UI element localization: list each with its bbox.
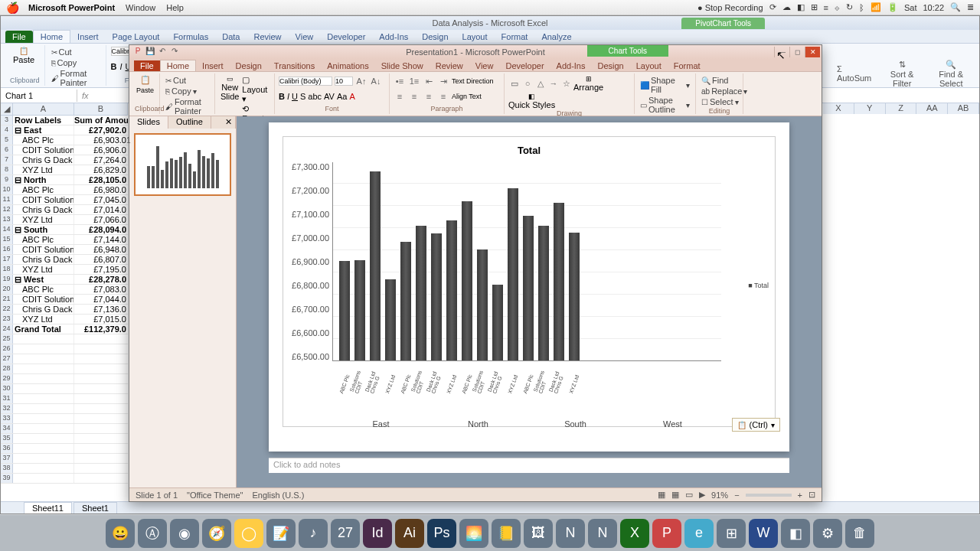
ribbon-tab-view[interactable]: View — [289, 31, 321, 43]
notifications-icon[interactable]: ≣ — [967, 2, 974, 12]
clock-day[interactable]: Sat — [904, 3, 917, 12]
dock-photoshop[interactable]: Ps — [427, 519, 456, 548]
grow-font-icon[interactable]: A↑ — [355, 75, 368, 87]
ribbon-tab-transitions[interactable]: Transitions — [268, 60, 321, 71]
minimize-button[interactable]: — — [774, 47, 789, 57]
dock-illustrator[interactable]: Ai — [395, 519, 424, 548]
shape-outline-button[interactable]: ▭ Shape Outline ▾ — [639, 95, 691, 115]
quick-styles-button[interactable]: ◧Quick Styles — [508, 93, 555, 109]
ribbon-tab-page-layout[interactable]: Page Layout — [106, 31, 167, 43]
view-reading-icon[interactable]: ▭ — [685, 490, 693, 500]
dock-calendar[interactable]: 27 — [331, 519, 360, 548]
ribbon-tab-formulas[interactable]: Formulas — [166, 31, 215, 43]
table-row[interactable]: 32 — [1, 404, 128, 414]
dock-excel[interactable]: X — [620, 519, 649, 548]
dock-powerpoint[interactable]: P — [652, 519, 681, 548]
zoom-out-icon[interactable]: − — [734, 491, 739, 500]
ribbon-tab-developer[interactable]: Developer — [499, 60, 550, 71]
dock-iphoto[interactable]: 🌅 — [459, 519, 488, 548]
bluetooth-icon[interactable]: ᛒ — [859, 3, 864, 12]
format-painter-button[interactable]: 🖌 Format Painter — [50, 68, 101, 88]
ribbon-tab-design[interactable]: Design — [415, 31, 455, 43]
col-header[interactable]: Z — [886, 103, 917, 114]
indent-dec-icon[interactable]: ⇤ — [423, 75, 435, 87]
change-case-button[interactable]: Aa — [337, 92, 347, 101]
table-row[interactable]: 30 — [1, 384, 128, 394]
find-button[interactable]: 🔍 Find — [700, 75, 739, 86]
menu-extra-icon[interactable]: ☁ — [782, 2, 791, 12]
excel-far-columns[interactable]: XYZAAAB — [823, 103, 979, 114]
ribbon-tab-developer[interactable]: Developer — [320, 31, 372, 43]
font-color-button[interactable]: A — [349, 92, 354, 101]
fx-icon[interactable]: fx — [77, 91, 93, 100]
table-row[interactable]: 36 — [1, 444, 128, 454]
chart[interactable]: Total £7,300.00£7,200.00£7,100.00£7,000.… — [283, 136, 776, 427]
dock-chrome[interactable]: ◯ — [234, 519, 263, 548]
close-panel-icon[interactable]: ✕ — [222, 116, 236, 129]
close-button[interactable]: ✕ — [805, 47, 820, 57]
table-row[interactable]: 35 — [1, 434, 128, 444]
ribbon-tab-layout[interactable]: Layout — [630, 60, 668, 71]
bold-button[interactable]: B — [279, 92, 285, 101]
dock-onenote2[interactable]: N — [588, 519, 617, 548]
ribbon-tab-slide-show[interactable]: Slide Show — [375, 60, 430, 71]
dock-app-store[interactable]: Ⓐ — [138, 519, 167, 548]
clock-time[interactable]: 10:22 — [923, 3, 944, 12]
dock-word[interactable]: W — [749, 519, 778, 548]
table-row[interactable]: 24Grand Total£112,379.0 — [1, 324, 128, 334]
app-menu[interactable]: Microsoft PowerPoint — [28, 3, 115, 12]
dock-trash[interactable]: 🗑 — [845, 519, 874, 548]
undo-icon[interactable]: ↶ — [157, 47, 168, 57]
indent-inc-icon[interactable]: ⇥ — [437, 75, 449, 87]
ribbon-tab-review[interactable]: Review — [430, 60, 469, 71]
bullets-icon[interactable]: •≡ — [394, 75, 406, 87]
cut-button[interactable]: ✂ Cut — [50, 47, 101, 57]
format-painter-button[interactable]: 🖌 Format Painter — [164, 96, 211, 116]
view-normal-icon[interactable]: ▦ — [658, 490, 665, 500]
ribbon-tab-animations[interactable]: Animations — [321, 60, 374, 71]
table-row[interactable]: 5ABC Plc£6,903.0 — [1, 135, 128, 145]
arrange-button[interactable]: ⊞Arrange — [573, 75, 603, 92]
zoom-in-icon[interactable]: + — [798, 491, 802, 500]
dock-pages[interactable]: ◧ — [781, 519, 810, 548]
dock-vm[interactable]: ⊞ — [717, 519, 746, 548]
table-row[interactable]: 3Row LabelsSum of Amoun — [1, 116, 128, 126]
table-row[interactable]: 6CDIT Solutions£6,906.0 — [1, 145, 128, 155]
language[interactable]: English (U.S.) — [252, 491, 304, 500]
strike-button[interactable]: S — [300, 92, 305, 101]
table-row[interactable]: 21CDIT Solutions£7,044.0 — [1, 295, 128, 305]
window-menu[interactable]: Window — [126, 3, 155, 12]
layout-button[interactable]: ▢ Layout ▾ — [242, 75, 270, 104]
save-icon[interactable]: 💾 — [145, 47, 155, 57]
shrink-font-icon[interactable]: A↓ — [370, 75, 382, 87]
maximize-button[interactable]: ◻ — [789, 47, 805, 57]
ribbon-tab-file[interactable]: File — [134, 60, 160, 71]
zoom-level[interactable]: 91% — [711, 491, 728, 500]
table-row[interactable]: 25 — [1, 334, 128, 344]
ribbon-tab-data[interactable]: Data — [215, 31, 247, 43]
menu-extra-icon[interactable]: ◧ — [797, 2, 805, 12]
fit-window-icon[interactable]: ⊡ — [808, 490, 815, 500]
col-header[interactable]: X — [823, 103, 854, 114]
table-row[interactable]: 15ABC Plc£7,144.0 — [1, 235, 128, 245]
underline-button[interactable]: U — [292, 92, 298, 101]
table-row[interactable]: 8XYZ Ltd£6,829.0 — [1, 165, 128, 175]
table-row[interactable]: 7Chris G Dack Ltd£7,264.0 — [1, 155, 128, 165]
table-row[interactable]: 19⊟ West£28,278.0 — [1, 275, 128, 285]
table-row[interactable]: 34 — [1, 424, 128, 434]
align-left-icon[interactable]: ≡ — [394, 90, 406, 103]
col-header[interactable]: AB — [948, 103, 979, 114]
table-row[interactable]: 18XYZ Ltd£7,195.0 — [1, 265, 128, 275]
ribbon-tab-design[interactable]: Design — [592, 60, 630, 71]
slide-thumbnail[interactable]: 1 — [134, 133, 231, 196]
table-row[interactable]: 38 — [1, 464, 128, 474]
col-header-b[interactable]: B — [74, 103, 128, 115]
dock-finder[interactable]: 😀 — [106, 519, 135, 548]
ribbon-tab-add-ins[interactable]: Add-Ins — [550, 60, 592, 71]
select-button[interactable]: ☐ Select ▾ — [700, 96, 739, 107]
help-menu[interactable]: Help — [166, 3, 184, 12]
ribbon-tab-layout[interactable]: Layout — [456, 31, 495, 43]
redo-icon[interactable]: ↷ — [169, 47, 180, 57]
dock-stickies[interactable]: 📒 — [492, 519, 521, 548]
ribbon-tab-insert[interactable]: Insert — [70, 31, 106, 43]
